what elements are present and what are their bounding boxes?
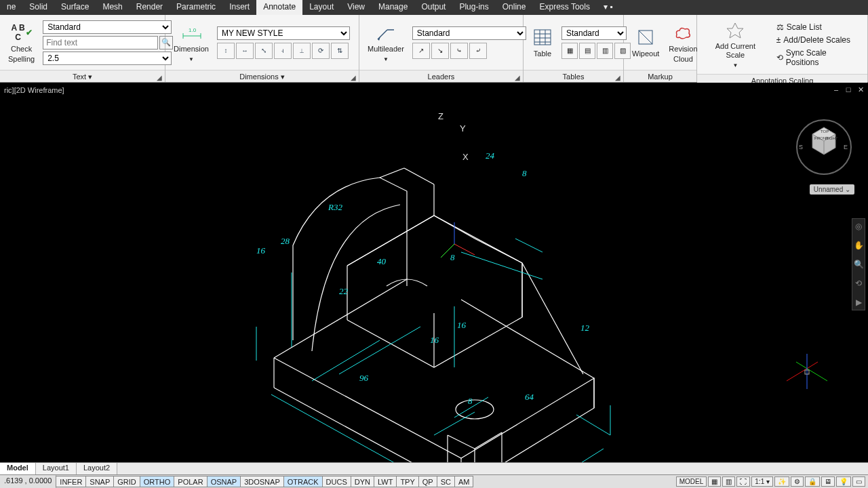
status-toggle-infer[interactable]: INFER (56, 476, 86, 487)
tab-manage[interactable]: Manage (372, 0, 414, 15)
status-toggle-sc[interactable]: SC (437, 476, 455, 487)
leader-tool-3[interactable]: ⤷ (450, 43, 468, 59)
dim-tool-6[interactable]: ⟳ (312, 43, 330, 59)
panel-title-tables[interactable]: Tables◢ (524, 70, 623, 82)
status-lock-icon[interactable]: 🔒 (805, 476, 820, 487)
leader-tool-4[interactable]: ⤶ (469, 43, 487, 59)
leader-style-select[interactable]: Standard (412, 26, 526, 40)
table-tool-2[interactable]: ▤ (579, 43, 595, 59)
tab-surface[interactable]: Surface (54, 0, 96, 15)
tab-annotate[interactable]: Annotate (256, 0, 302, 15)
status-toggle-grid[interactable]: GRID (113, 476, 140, 487)
status-toggle-tpy[interactable]: TPY (396, 476, 418, 487)
tab-insert[interactable]: Insert (222, 0, 256, 15)
sync-scale-positions-button[interactable]: ⟲Sync Scale Positions (774, 47, 863, 68)
text-style-select[interactable]: Standard (43, 20, 172, 34)
table-tool-1[interactable]: ▦ (561, 43, 578, 59)
wipeout-button[interactable]: Wipeout (628, 25, 663, 60)
tab-render[interactable]: Render (130, 0, 170, 15)
nav-pan-icon[interactable]: ✋ (854, 241, 864, 250)
dim-tool-2[interactable]: ↔ (236, 43, 254, 59)
table-tool-3[interactable]: ▥ (597, 43, 613, 59)
leader-tool-1[interactable]: ↗ (412, 43, 430, 59)
status-toggle-snap[interactable]: SNAP (85, 476, 114, 487)
status-toggle-ortho[interactable]: ORTHO (140, 476, 175, 487)
status-toggle-lwt[interactable]: LWT (374, 476, 397, 487)
tab-model[interactable]: Model (0, 463, 36, 474)
status-toggle-otrack[interactable]: OTRACK (283, 476, 323, 487)
status-toggle-qp[interactable]: QP (418, 476, 437, 487)
svg-line-41 (475, 432, 502, 449)
nav-showmotion-icon[interactable]: ▶ (856, 298, 862, 307)
text-height-select[interactable]: 2.5 (43, 52, 172, 65)
dim-tool-4[interactable]: ⫞ (274, 43, 292, 59)
nav-steering-icon[interactable]: ◎ (855, 222, 862, 231)
add-current-scale-button[interactable]: Add Current Scale▼ (701, 18, 770, 71)
table-button[interactable]: Table (528, 25, 557, 60)
add-delete-scales-button[interactable]: ±Add/Delete Scales (774, 35, 863, 45)
nav-orbit-icon[interactable]: ⟲ (855, 279, 862, 288)
svg-line-39 (404, 168, 434, 184)
close-icon[interactable]: ✕ (856, 85, 865, 94)
find-text-input[interactable] (43, 36, 158, 49)
revision-cloud-button[interactable]: Revision Cloud (665, 20, 701, 65)
tab-plugins[interactable]: Plug-ins (452, 0, 495, 15)
status-isolate-icon[interactable]: 💡 (836, 476, 851, 487)
tab-layout2[interactable]: Layout2 (77, 463, 117, 474)
status-hardware-icon[interactable]: 🖥 (821, 476, 835, 487)
scale-list-button[interactable]: ⚖Scale List (774, 22, 863, 33)
tab-online[interactable]: Online (496, 0, 533, 15)
svg-point-44 (456, 400, 494, 419)
status-toggle-am[interactable]: AM (454, 476, 474, 487)
status-workspace-icon[interactable]: ⚙ (791, 476, 804, 487)
dim-tool-5[interactable]: ⟂ (293, 43, 311, 59)
tab-mesh[interactable]: Mesh (96, 0, 129, 15)
tab-layout1[interactable]: Layout1 (36, 463, 77, 474)
status-toggle-osnap[interactable]: OSNAP (207, 476, 241, 487)
status-grid2-icon[interactable]: ▥ (722, 476, 735, 487)
svg-text:RIGHT: RIGHT (825, 136, 838, 140)
status-annoscale-icon[interactable]: ⛶ (736, 476, 750, 487)
panel-title-text[interactable]: Text ▾◢ (0, 70, 165, 82)
tab-output[interactable]: Output (414, 0, 452, 15)
tab-layout[interactable]: Layout (302, 0, 340, 15)
leader-tool-2[interactable]: ↘ (431, 43, 449, 59)
status-scale-select[interactable]: 1:1 ▾ (751, 476, 773, 487)
multileader-button[interactable]: Multileader▼ (363, 20, 408, 65)
panel-title-markup: Markup (624, 70, 696, 82)
dim-tool-7[interactable]: ⇅ (331, 43, 349, 59)
layout-tabs: Model Layout1 Layout2 (0, 462, 868, 474)
panel-title-leaders[interactable]: Leaders◢ (359, 70, 523, 82)
dim-tool-3[interactable]: ⤡ (255, 43, 273, 59)
tab-express[interactable]: Express Tools (532, 0, 596, 15)
svg-text:TOP: TOP (821, 129, 829, 134)
status-toggle-ducs[interactable]: DUCS (322, 476, 351, 487)
view-chip[interactable]: Unnamed ⌄ (810, 184, 854, 195)
check-spelling-button[interactable]: A B C✔ Check Spelling (4, 20, 39, 65)
status-annovis-icon[interactable]: ✨ (774, 476, 789, 487)
dim-8c: 8 (468, 396, 473, 407)
status-toggle-3dosnap[interactable]: 3DOSNAP (240, 476, 284, 487)
tab-overflow-icon[interactable]: ▾ ▪ (597, 0, 620, 15)
dim-tool-1[interactable]: ↕ (217, 43, 235, 59)
drawing-viewport[interactable]: ric][2D Wireframe] – □ ✕ FRONT RIGHT TOP… (0, 83, 868, 462)
tab-ne[interactable]: ne (0, 0, 22, 15)
minimize-icon[interactable]: – (831, 85, 841, 94)
viewcube[interactable]: FRONT RIGHT TOP S E (793, 117, 854, 178)
nav-zoom-icon[interactable]: 🔍 (854, 260, 864, 269)
tab-solid[interactable]: Solid (22, 0, 54, 15)
status-grid-icon[interactable]: ▦ (708, 476, 721, 487)
status-toggle-dyn[interactable]: DYN (351, 476, 374, 487)
panel-title-dimensions[interactable]: Dimensions ▾◢ (165, 70, 359, 82)
status-model-button[interactable]: MODEL (676, 476, 707, 487)
maximize-icon[interactable]: □ (844, 85, 853, 94)
status-clean-icon[interactable]: ▭ (852, 476, 865, 487)
viewport-window-controls: – □ ✕ (831, 85, 865, 94)
tab-parametric[interactable]: Parametric (170, 0, 222, 15)
dimension-tools-grid: ↕ ↔ ⤡ ⫞ ⟂ ⟳ ⇅ (217, 43, 350, 59)
table-style-select[interactable]: Standard (561, 26, 627, 40)
dimension-style-select[interactable]: MY NEW STYLE (217, 26, 350, 40)
dimension-button[interactable]: 1.0 Dimension▼ (170, 20, 213, 65)
status-toggle-polar[interactable]: POLAR (174, 476, 207, 487)
tab-view[interactable]: View (340, 0, 372, 15)
